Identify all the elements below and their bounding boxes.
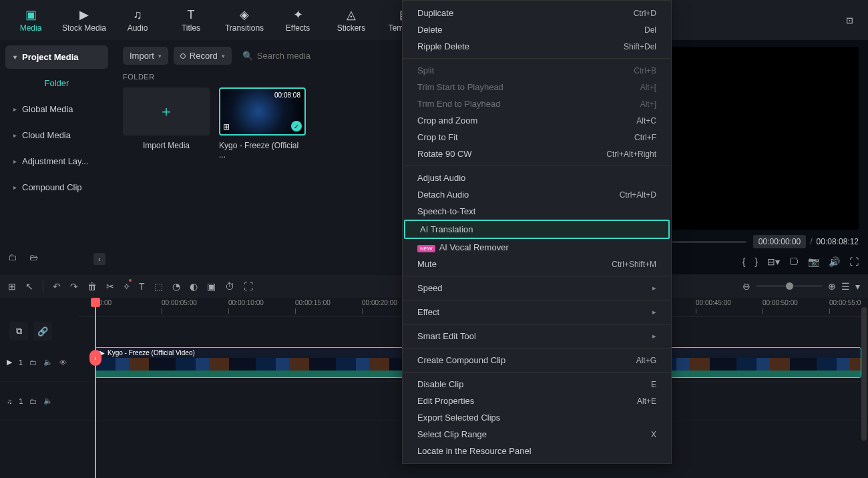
aspect-icon[interactable]: ⊟▾ [767, 256, 780, 267]
zoom-in-icon[interactable]: ⊕ [828, 281, 836, 292]
text-icon[interactable]: T [139, 281, 145, 292]
menu-item-trim-start-to-playhead: Trim Start to PlayheadAlt+[ [403, 79, 671, 95]
visibility-icon[interactable]: 👁 [59, 358, 67, 367]
menu-item-export-selected-clips[interactable]: Export Selected Clips [403, 409, 671, 426]
menu-item-ai-vocal-remover[interactable]: NEWAI Vocal Remover [403, 239, 671, 256]
sidebar-item-compound-clip[interactable]: ▸Compound Clip [5, 176, 108, 199]
menu-item-label: Crop and Zoom [417, 115, 477, 126]
playhead[interactable]: ‹ [95, 298, 96, 478]
sidebar-label: Project Media [22, 52, 79, 62]
tab-effects[interactable]: ✦Effects [274, 3, 322, 37]
import-dropdown[interactable]: Import▾ [123, 47, 168, 65]
menu-item-ripple-delete[interactable]: Ripple DeleteShift+Del [403, 38, 671, 55]
mute-icon[interactable]: 🔈 [43, 358, 53, 367]
menu-item-mute[interactable]: MuteCtrl+Shift+M [403, 256, 671, 272]
scrollbar[interactable] [861, 307, 867, 441]
sidebar-item-global-media[interactable]: ▸Global Media [5, 97, 108, 121]
more-icon[interactable]: ▾ [855, 281, 860, 292]
tab-stickers[interactable]: ◬Stickers [327, 3, 375, 37]
sidebar-item-adjustment-layer[interactable]: ▸Adjustment Lay... [5, 150, 108, 173]
menu-item-crop-and-zoom[interactable]: Crop and ZoomAlt+C [403, 112, 671, 129]
folder-icon[interactable]: 🗀 [29, 397, 37, 405]
volume-icon[interactable]: 🔊 [829, 256, 840, 267]
menu-item-label: Detach Audio [417, 190, 469, 200]
menu-item-delete[interactable]: DeleteDel [403, 21, 671, 38]
frame-icon[interactable]: ▣ [207, 281, 216, 292]
timeline-link-icon[interactable]: ⧉ [9, 322, 28, 340]
stats-icon[interactable]: ⊡ [843, 13, 856, 27]
media-icon: ▣ [25, 7, 37, 22]
playhead-grip[interactable]: ‹ [89, 350, 101, 366]
tab-media[interactable]: ▣Media [7, 3, 55, 37]
menu-item-rotate-90-cw[interactable]: Rotate 90 CWCtrl+Alt+Right [403, 146, 671, 162]
menu-item-create-compound-clip[interactable]: Create Compound ClipAlt+G [403, 352, 671, 369]
ruler-tick: 00:00:20:00 [362, 299, 397, 306]
menu-item-label: Trim Start to Playhead [417, 82, 503, 92]
delete-folder-icon[interactable]: 🗁 [29, 252, 43, 266]
menu-item-disable-clip[interactable]: Disable ClipE [403, 376, 671, 393]
folder-icon[interactable]: 🗀 [29, 358, 37, 367]
delete-icon[interactable]: 🗑 [87, 281, 97, 292]
expand-icon[interactable]: ⛶ [244, 281, 253, 292]
redo-icon[interactable]: ↷ [70, 281, 78, 292]
menu-item-locate-in-the-resource-panel[interactable]: Locate in the Resource Panel [403, 443, 671, 459]
snapshot-icon[interactable]: 📷 [808, 256, 819, 267]
menu-item-speech-to-text[interactable]: Speech-to-Text [403, 203, 671, 220]
menu-item-effect[interactable]: Effect▸ [403, 304, 671, 320]
brace-close-icon[interactable]: } [754, 256, 758, 267]
zoom-handle[interactable] [786, 282, 793, 290]
menu-item-label: Create Compound Clip [417, 355, 505, 365]
tab-titles[interactable]: TTitles [167, 3, 215, 37]
menu-item-label: Select Clip Range [417, 429, 487, 439]
menu-item-smart-edit-tool[interactable]: Smart Edit Tool▸ [403, 328, 671, 344]
sidebar-item-folder[interactable]: Folder [5, 71, 108, 95]
track-number: 1 [19, 358, 23, 367]
crop-icon[interactable]: ⟡ [124, 280, 130, 292]
collapse-sidebar-button[interactable]: ‹ [93, 253, 105, 265]
tab-audio[interactable]: ♫Audio [114, 3, 162, 37]
sidebar-item-cloud-media[interactable]: ▸Cloud Media [5, 124, 108, 147]
fullscreen-icon[interactable]: ⛶ [849, 256, 859, 267]
tab-transitions[interactable]: ◈Transitions [220, 3, 268, 37]
menu-item-label: NEWAI Vocal Remover [417, 242, 509, 252]
menu-item-trim-end-to-playhead: Trim End to PlayheadAlt+] [403, 95, 671, 112]
divider [43, 280, 43, 292]
import-media-card[interactable]: ＋ Import Media [123, 87, 210, 160]
cursor-icon[interactable]: ↖ [25, 281, 33, 292]
view-mode-icon[interactable]: ☰ [841, 281, 850, 292]
menu-item-edit-properties[interactable]: Edit PropertiesAlt+E [403, 393, 671, 409]
resize-icon[interactable]: ⬚ [154, 281, 163, 292]
tab-stock-media[interactable]: ▶Stock Media [60, 3, 108, 37]
ruler-tick: 00:00:15:00 [295, 299, 331, 306]
zoom-out-icon[interactable]: ⊖ [742, 281, 750, 292]
color-icon[interactable]: ◐ [190, 281, 198, 292]
cut-icon[interactable]: ✂ [106, 281, 114, 292]
menu-item-select-clip-range[interactable]: Select Clip RangeX [403, 426, 671, 443]
context-menu: DuplicateCtrl+DDeleteDelRipple DeleteShi… [402, 0, 672, 464]
menu-shortcut: Ctrl+Alt+Right [606, 150, 656, 159]
sidebar-item-project-media[interactable]: ▾Project Media [5, 45, 108, 69]
menu-item-detach-audio[interactable]: Detach AudioCtrl+Alt+D [403, 186, 671, 203]
check-icon: ✓ [291, 121, 302, 132]
menu-item-adjust-audio[interactable]: Adjust Audio [403, 170, 671, 186]
timeline-chain-icon[interactable]: 🔗 [33, 322, 52, 340]
timer-icon[interactable]: ⏱ [225, 281, 234, 292]
speed-icon[interactable]: ◔ [172, 281, 180, 292]
grid-icon[interactable]: ⊞ [8, 281, 16, 292]
media-clip-card[interactable]: 00:08:08 ⊞ ✓ Kygo - Freeze (Official ... [219, 87, 306, 160]
submenu-arrow-icon: ▸ [652, 332, 656, 340]
undo-icon[interactable]: ↶ [53, 281, 61, 292]
mute-icon[interactable]: 🔈 [43, 397, 53, 405]
menu-item-ai-translation[interactable]: AI Translation [404, 220, 670, 239]
monitor-icon[interactable]: 🖵 [789, 256, 799, 267]
new-folder-icon[interactable]: 🗀 [8, 252, 21, 266]
record-dropdown[interactable]: Record▾ [174, 47, 232, 65]
menu-item-speed[interactable]: Speed▸ [403, 280, 671, 296]
card-label: Import Media [143, 141, 190, 150]
menu-item-crop-to-fit[interactable]: Crop to FitCtrl+F [403, 129, 671, 146]
menu-shortcut: Shift+Del [624, 42, 656, 51]
zoom-slider[interactable] [756, 285, 823, 287]
menu-item-duplicate[interactable]: DuplicateCtrl+D [403, 5, 671, 21]
sidebar-label: Global Media [22, 104, 73, 114]
brace-open-icon[interactable]: { [742, 256, 746, 267]
